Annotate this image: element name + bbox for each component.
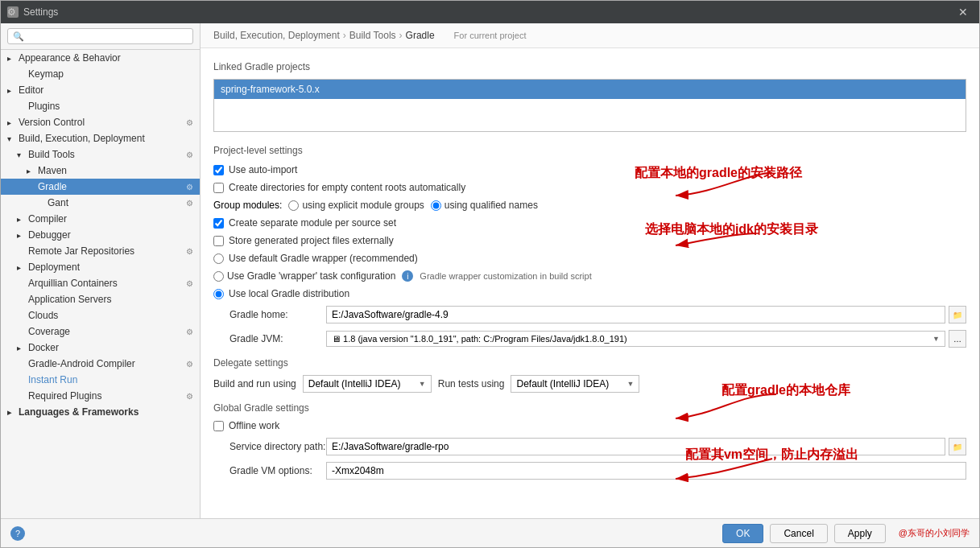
sidebar-item-label: Build, Execution, Deployment (19, 133, 193, 144)
config-icon: ⚙ (186, 392, 193, 401)
config-icon: ⚙ (186, 279, 193, 288)
auto-import-label[interactable]: Use auto-import (213, 164, 297, 175)
run-tests-dropdown[interactable]: Default (IntelliJ IDEA) ▼ (511, 375, 639, 393)
sidebar-item-label: Keymap (28, 68, 193, 80)
build-run-dropdown[interactable]: Default (IntelliJ IDEA) ▼ (303, 375, 432, 393)
create-dirs-label[interactable]: Create directories for empty content roo… (213, 182, 465, 193)
service-dir-input[interactable] (326, 438, 945, 455)
store-generated-label[interactable]: Store generated project files externally (213, 235, 394, 246)
default-wrapper-label[interactable]: Use default Gradle wrapper (recommended) (213, 253, 418, 264)
sidebar-item-debugger[interactable]: ▸ Debugger (1, 227, 200, 243)
sidebar-item-build-tools[interactable]: ▾ Build Tools ⚙ (1, 146, 200, 163)
auto-import-row: Use auto-import (213, 164, 966, 175)
group-modules-radio2[interactable] (431, 200, 441, 211)
local-gradle-label[interactable]: Use local Gradle distribution (213, 288, 349, 299)
sidebar-item-remote-jar[interactable]: Remote Jar Repositories ⚙ (1, 243, 200, 259)
sidebar-item-languages-frameworks[interactable]: ▸ Languages & Frameworks (1, 404, 200, 420)
sidebar-item-instant-run[interactable]: Instant Run (1, 372, 200, 388)
sidebar-item-deployment[interactable]: ▸ Deployment (1, 259, 200, 275)
main-content: ▸ Appearance & Behavior Keymap ▸ Editor … (1, 23, 979, 518)
sidebar-item-coverage[interactable]: Coverage ⚙ (1, 323, 200, 340)
breadcrumb-sep1: › (343, 30, 346, 41)
sidebar-item-compiler[interactable]: ▸ Compiler (1, 211, 200, 227)
sidebar-item-label: Build Tools (28, 149, 75, 160)
sidebar-item-label: Debugger (28, 229, 193, 241)
bottom-bar: ? OK Cancel Apply @东哥的小刘同学 (1, 518, 979, 547)
group-modules-option1-label[interactable]: using explicit module groups (288, 200, 424, 211)
separate-module-checkbox[interactable] (213, 218, 224, 229)
arrow-icon: ▸ (7, 118, 17, 127)
settings-icon: ⚙ (7, 6, 19, 18)
linked-projects-empty (214, 99, 966, 131)
help-button[interactable]: ? (10, 526, 25, 541)
cancel-button[interactable]: Cancel (770, 524, 827, 543)
sidebar-item-clouds[interactable]: Clouds (1, 307, 200, 323)
sidebar-item-build-execution-deployment[interactable]: ▾ Build, Execution, Deployment (1, 130, 200, 146)
build-run-label: Build and run using (213, 378, 296, 389)
sidebar-item-gradle[interactable]: Gradle ⚙ (1, 179, 200, 195)
local-gradle-radio[interactable] (213, 289, 224, 299)
gradle-jvm-more-button[interactable]: … (949, 330, 966, 348)
config-icon: ⚙ (186, 150, 193, 159)
sidebar-item-label: Compiler (28, 213, 193, 225)
create-dirs-checkbox[interactable] (213, 183, 224, 193)
group-modules-option2-label[interactable]: using qualified names (431, 200, 538, 211)
sidebar-item-gant[interactable]: Gant ⚙ (1, 195, 200, 211)
wrapper-task-label[interactable]: Use Gradle 'wrapper' task configuration (213, 270, 395, 282)
sidebar-item-editor[interactable]: ▸ Editor (1, 82, 200, 98)
sidebar-item-label: Gradle (38, 181, 67, 192)
service-dir-browse-button[interactable]: 📁 (949, 438, 966, 455)
sidebar-search-container (1, 23, 200, 50)
gradle-home-row: Gradle home: 📁 (213, 306, 966, 323)
local-gradle-row: Use local Gradle distribution (213, 288, 966, 299)
apply-button[interactable]: Apply (834, 524, 886, 543)
sidebar: ▸ Appearance & Behavior Keymap ▸ Editor … (1, 23, 201, 518)
wrapper-task-radio[interactable] (213, 271, 224, 282)
separate-module-label[interactable]: Create separate module per source set (213, 217, 396, 229)
sidebar-item-arquillian[interactable]: Arquillian Containers ⚙ (1, 275, 200, 291)
auto-import-text: Use auto-import (229, 164, 297, 175)
gradle-jvm-label: Gradle JVM: (229, 333, 326, 344)
sidebar-item-appearance-behavior[interactable]: ▸ Appearance & Behavior (1, 50, 200, 66)
sidebar-item-label: Version Control (19, 117, 85, 128)
vm-options-input[interactable] (326, 462, 966, 480)
group-modules-radio1[interactable] (288, 200, 299, 211)
sidebar-item-keymap[interactable]: Keymap (1, 66, 200, 82)
delegate-settings-section: Delegate settings Build and run using De… (213, 357, 966, 393)
ok-button[interactable]: OK (722, 524, 763, 543)
store-generated-checkbox[interactable] (213, 236, 224, 246)
sidebar-item-required-plugins[interactable]: Required Plugins ⚙ (1, 388, 200, 404)
sidebar-item-gradle-android[interactable]: Gradle-Android Compiler ⚙ (1, 356, 200, 372)
linked-projects-box: spring-framework-5.0.x (213, 79, 966, 132)
gradle-jvm-dropdown[interactable]: 🖥 1.8 (java version "1.8.0_191", path: C… (326, 331, 945, 347)
window-controls: ✕ (953, 4, 973, 20)
sidebar-item-docker[interactable]: ▸ Docker (1, 340, 200, 356)
config-icon: ⚙ (186, 183, 193, 192)
offline-work-checkbox[interactable] (213, 421, 224, 431)
auto-import-checkbox[interactable] (213, 165, 224, 175)
arrow-icon: ▸ (17, 344, 27, 352)
group-modules-label: Group modules: (213, 200, 282, 211)
close-button[interactable]: ✕ (953, 4, 973, 20)
offline-work-label[interactable]: Offline work (213, 420, 279, 431)
sidebar-item-maven[interactable]: ▸ Maven (1, 163, 200, 179)
title-bar: ⚙ Settings ✕ (1, 1, 979, 23)
sidebar-item-application-servers[interactable]: Application Servers (1, 291, 200, 307)
arrow-icon: ▸ (7, 54, 17, 63)
gradle-home-browse-button[interactable]: 📁 (949, 306, 966, 323)
linked-project-item[interactable]: spring-framework-5.0.x (214, 80, 966, 99)
store-generated-row: Store generated project files externally (213, 235, 966, 246)
default-wrapper-radio[interactable] (213, 253, 224, 264)
create-dirs-text: Create directories for empty content roo… (229, 182, 465, 193)
default-wrapper-text: Use default Gradle wrapper (recommended) (229, 253, 418, 264)
sidebar-item-version-control[interactable]: ▸ Version Control ⚙ (1, 114, 200, 130)
search-input[interactable] (7, 28, 193, 44)
config-icon: ⚙ (186, 328, 193, 336)
gradle-home-value: 📁 (326, 306, 966, 323)
vm-options-row: Gradle VM options: (213, 462, 966, 480)
local-gradle-text: Use local Gradle distribution (229, 288, 349, 299)
gradle-home-input[interactable] (326, 306, 945, 323)
service-dir-label: Service directory path: (229, 441, 326, 452)
dropdown-arrow-icon: ▼ (932, 335, 940, 343)
sidebar-item-plugins[interactable]: Plugins (1, 98, 200, 114)
